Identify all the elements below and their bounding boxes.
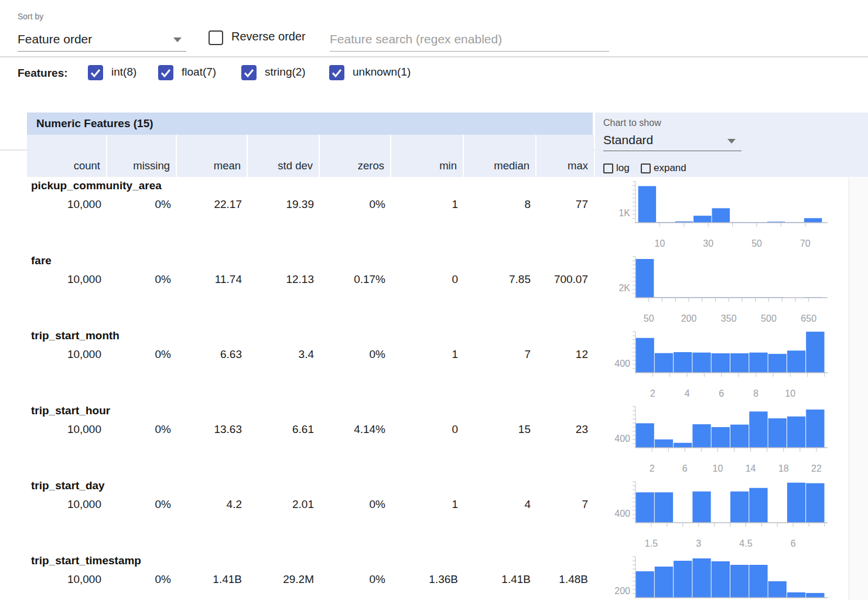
stat-value: 7 (536, 496, 594, 513)
stat-value: 19.39 (248, 196, 320, 213)
column-header-std-dev: std dev (248, 135, 320, 177)
svg-text:400: 400 (614, 359, 630, 369)
numeric-features-title: Numeric Features (15) (36, 117, 153, 130)
stat-value: 22.17 (177, 196, 248, 213)
feature-row: trip_start_day10,0000%4.22.010%1471.534.… (0, 478, 849, 553)
svg-text:18: 18 (778, 463, 789, 473)
chart-controls-panel: Chart to show Standard log expand (595, 112, 868, 177)
stat-value: 4.14% (320, 421, 391, 438)
feature-type-label: unknown(1) (353, 66, 411, 79)
svg-text:200: 200 (614, 586, 630, 596)
svg-text:6: 6 (682, 463, 688, 473)
feature-name: trip_start_hour (31, 404, 110, 417)
feature-histogram: 103050701K (594, 178, 849, 253)
toolbar: Sort by Feature order Reverse order (0, 0, 868, 57)
feature-stats: 10,0000%22.1719.390%1877 (27, 196, 594, 213)
features-filter-bar: Features: int(8) float(7) string(2) unkn… (0, 57, 868, 92)
stat-value: 0% (320, 196, 391, 213)
stat-value: 1.41B (464, 571, 536, 588)
feature-row: pickup_community_area10,0000%22.1719.390… (0, 178, 849, 253)
svg-text:2: 2 (650, 463, 655, 473)
feature-name: fare (31, 254, 52, 267)
checked-checkbox-icon[interactable] (158, 65, 173, 80)
feature-name: trip_start_timestamp (31, 554, 141, 567)
stat-value: 1 (391, 196, 464, 213)
stat-value: 0% (320, 571, 391, 588)
feature-histogram: 2610141822400 (594, 403, 849, 478)
feature-name: pickup_community_area (31, 179, 162, 192)
column-header-zeros: zeros (320, 135, 391, 177)
stat-value: 0% (107, 571, 177, 588)
feature-name: trip_start_day (31, 479, 105, 492)
stat-value: 10,000 (27, 421, 107, 438)
stat-value: 8 (464, 196, 536, 213)
svg-text:10: 10 (713, 463, 723, 473)
svg-text:6: 6 (791, 538, 796, 548)
expand-label: expand (654, 162, 686, 174)
scrollbar-track[interactable] (849, 178, 868, 600)
column-header-count: count (27, 135, 107, 177)
chevron-down-icon (173, 38, 182, 42)
column-header-label: min (439, 159, 457, 172)
expand-checkbox[interactable] (641, 163, 651, 173)
stat-value: 2.01 (248, 496, 320, 513)
checked-checkbox-icon[interactable] (329, 65, 344, 80)
svg-text:4: 4 (685, 388, 690, 398)
svg-text:6: 6 (719, 388, 724, 398)
svg-text:1.5: 1.5 (645, 538, 658, 548)
feature-search-input[interactable] (330, 27, 609, 52)
stat-value: 12.13 (248, 271, 320, 288)
svg-text:650: 650 (801, 313, 816, 323)
stat-value: 0% (107, 346, 177, 363)
stat-value: 3.4 (248, 346, 320, 363)
svg-text:8: 8 (753, 388, 758, 398)
stat-value: 10,000 (27, 271, 107, 288)
stat-value: 0 (391, 271, 464, 288)
feature-stats: 10,0000%4.22.010%147 (27, 496, 594, 513)
stat-value: 4 (464, 496, 536, 513)
svg-text:2K: 2K (618, 283, 630, 293)
stat-value: 7 (464, 346, 536, 363)
svg-text:2: 2 (650, 388, 655, 398)
column-header-label: median (494, 159, 529, 172)
feature-rows: pickup_community_area10,0000%22.1719.390… (0, 178, 849, 600)
log-label: log (616, 162, 630, 174)
svg-text:200: 200 (681, 313, 697, 323)
svg-text:3: 3 (696, 538, 701, 548)
checked-checkbox-icon[interactable] (241, 65, 257, 80)
chart-type-value: Standard (603, 131, 741, 149)
column-header-mean: mean (177, 135, 248, 177)
column-header-label: missing (133, 159, 170, 172)
reverse-order-checkbox[interactable] (209, 30, 223, 45)
stat-value: 10,000 (27, 346, 107, 363)
stat-value: 10,000 (27, 571, 107, 588)
svg-text:400: 400 (614, 434, 630, 444)
numeric-features-header: Numeric Features (15) (27, 112, 594, 135)
feature-row: trip_start_hour10,0000%13.636.614.14%015… (0, 403, 849, 478)
stat-value: 0.17% (320, 271, 391, 288)
log-checkbox[interactable] (603, 163, 613, 173)
svg-text:10: 10 (785, 388, 795, 398)
stat-value: 0% (320, 346, 391, 363)
stat-value: 6.63 (177, 346, 248, 363)
feature-stats: 10,0000%1.41B29.2M0%1.36B1.41B1.48B (27, 571, 594, 588)
svg-text:400: 400 (614, 509, 630, 519)
sort-by-label: Sort by (18, 12, 43, 21)
stat-value: 10,000 (27, 196, 107, 213)
svg-text:22: 22 (811, 463, 822, 473)
checked-checkbox-icon[interactable] (88, 65, 103, 80)
stat-value: 0 (391, 421, 464, 438)
feature-type-label: string(2) (265, 66, 306, 79)
stat-value: 29.2M (248, 571, 320, 588)
svg-text:70: 70 (800, 238, 811, 248)
sort-by-select[interactable]: Feature order (18, 28, 186, 52)
feature-histogram: 200 (594, 553, 849, 600)
column-header-label: max (568, 159, 588, 172)
chevron-down-icon (727, 139, 736, 144)
stat-value: 0% (107, 421, 177, 438)
stat-value: 4.2 (177, 496, 248, 513)
stat-value: 7.85 (464, 271, 536, 288)
chart-type-select[interactable]: Standard (603, 131, 741, 151)
feature-histogram: 1.534.56400 (594, 478, 849, 553)
feature-name: trip_start_month (31, 329, 119, 342)
